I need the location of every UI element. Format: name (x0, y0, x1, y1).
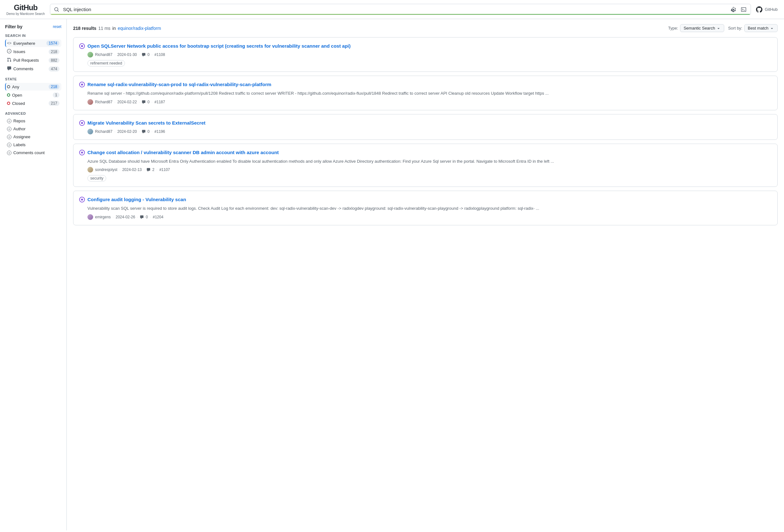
filter-comments-label: Comments (13, 66, 33, 71)
github-link[interactable]: GitHub (756, 6, 778, 13)
result-avatar (87, 167, 93, 173)
advanced-repos[interactable]: + Repos (5, 117, 61, 125)
result-meta: Richard87 · 2024-02-20 · 0 · #1196 (79, 129, 772, 135)
result-title-row: Open SQLServer Network public access for… (79, 42, 772, 49)
result-author: Richard87 (95, 129, 113, 134)
type-label: Type: (668, 26, 678, 30)
result-state-icon (79, 43, 85, 49)
advanced-label: Advanced (5, 112, 61, 115)
plus-labels-icon: + (7, 143, 11, 147)
result-title-link[interactable]: Open SQLServer Network public access for… (87, 42, 351, 49)
reset-link[interactable]: reset (53, 25, 61, 29)
search-in-label: Search in (5, 34, 61, 37)
filter-comments[interactable]: Comments 474 (5, 65, 61, 73)
advanced-author-label: Author (13, 126, 25, 131)
advanced-comments-count[interactable]: + Comments count (5, 149, 61, 156)
main-content: 218 results 11 ms in equinor/radix-platf… (67, 19, 784, 530)
result-state-icon-inner (81, 84, 83, 86)
filter-state-open-label: Open (12, 93, 22, 97)
filter-pull-requests[interactable]: Pull Requests 882 (5, 56, 61, 64)
result-number: #1107 (159, 168, 170, 172)
result-title-link[interactable]: Migrate Vulnerability Scan secrets to Ex… (87, 119, 205, 126)
result-state-icon (79, 197, 85, 202)
result-tags: refinement needed (79, 60, 772, 66)
result-title-row: Migrate Vulnerability Scan secrets to Ex… (79, 119, 772, 126)
filter-state-any-count: 218 (49, 84, 59, 89)
result-card: Configure audit logging - Vulnerability … (73, 191, 778, 225)
filter-everywhere[interactable]: <> Everywhere 1574 (5, 39, 61, 47)
filter-state-closed[interactable]: Closed 217 (5, 99, 61, 107)
comment-icon (142, 130, 146, 134)
filter-state-open[interactable]: Open 1 (5, 91, 61, 99)
advanced-author[interactable]: + Author (5, 125, 61, 132)
result-title-link[interactable]: Configure audit logging - Vulnerability … (87, 196, 186, 203)
sidebar: Filter by reset Search in <> Everywhere … (0, 19, 67, 530)
comment-icon (7, 66, 11, 71)
advanced-comments-count-label: Comments count (13, 150, 45, 155)
filter-issues-label: Issues (13, 49, 25, 54)
result-meta: Richard87 · 2024-02-22 · 0 · #1187 (79, 99, 772, 105)
code-icon: <> (7, 41, 11, 46)
results-header: 218 results 11 ms in equinor/radix-platf… (73, 24, 778, 32)
advanced-labels[interactable]: + Labels (5, 141, 61, 148)
result-tags: security (79, 175, 772, 181)
result-date: 2024-01-30 (117, 53, 137, 57)
result-card: Open SQLServer Network public access for… (73, 37, 778, 72)
result-card: Rename sql-radix-vulnerability-scan-prod… (73, 76, 778, 110)
filter-state-any[interactable]: Any 218 (5, 83, 61, 91)
result-author: emirgens (95, 215, 111, 219)
result-author: sondresjolyst (95, 168, 117, 172)
advanced-repos-label: Repos (13, 119, 25, 123)
result-state-icon-inner (81, 122, 83, 124)
advanced-assignee[interactable]: + Assignee (5, 133, 61, 141)
result-title-row: Rename sql-radix-vulnerability-scan-prod… (79, 81, 772, 88)
result-card: Migrate Vulnerability Scan secrets to Ex… (73, 114, 778, 140)
result-title-row: Configure audit logging - Vulnerability … (79, 196, 772, 203)
result-avatar (87, 99, 93, 105)
result-card: Change cost allocation / vulnerability s… (73, 144, 778, 187)
state-closed-dot (7, 102, 10, 105)
result-body: Azure SQL Database should have Microsoft… (79, 158, 772, 165)
type-select[interactable]: Semantic Search (680, 24, 724, 32)
result-number: #1196 (155, 129, 165, 134)
issue-icon (7, 49, 11, 54)
header: GitHub Demo by Manticore Search GitHub (0, 0, 784, 19)
pr-icon (7, 58, 11, 63)
plus-comments-icon: + (7, 151, 11, 155)
result-title-link[interactable]: Change cost allocation / vulnerability s… (87, 149, 279, 156)
filter-header: Filter by reset (5, 24, 61, 29)
result-state-icon (79, 150, 85, 155)
result-title-link[interactable]: Rename sql-radix-vulnerability-scan-prod… (87, 81, 271, 88)
result-avatar (87, 214, 93, 220)
settings-icon[interactable] (730, 6, 737, 13)
filter-state-any-label: Any (12, 85, 19, 89)
state-any-dot (7, 85, 10, 88)
filter-issues[interactable]: Issues 218 (5, 48, 61, 56)
result-meta: Richard87 · 2024-01-30 · 0 · #1108 (79, 52, 772, 58)
result-date: 2024-02-22 (117, 100, 137, 104)
result-body: Vulnerability scan SQL server is require… (79, 205, 772, 212)
result-number: #1187 (155, 100, 165, 104)
plus-assignee-icon: + (7, 135, 11, 139)
filter-comments-count: 474 (49, 66, 59, 71)
plus-repos-icon: + (7, 119, 11, 123)
result-meta: emirgens · 2024-02-26 · 0 · #1204 (79, 214, 772, 220)
search-progress (50, 14, 750, 14)
terminal-icon[interactable] (740, 6, 748, 13)
result-body: Rename sql server - https://github.com/e… (79, 90, 772, 97)
comment-icon (142, 100, 146, 104)
type-control: Type: Semantic Search (668, 24, 724, 32)
filter-state-closed-count: 217 (49, 101, 59, 106)
result-date: 2024-02-26 (116, 215, 135, 219)
filter-everywhere-label: Everywhere (13, 41, 35, 46)
search-input[interactable] (63, 4, 726, 14)
results-controls: Type: Semantic Search Sort by: Best matc… (668, 24, 778, 32)
results-repo-link[interactable]: equinor/radix-platform (118, 26, 161, 31)
results-time: 11 ms (98, 26, 110, 31)
result-avatar (87, 129, 93, 135)
filter-everywhere-count: 1574 (47, 41, 59, 46)
search-actions (726, 6, 751, 13)
logo-subtitle: Demo by Manticore Search (6, 12, 45, 16)
sort-select[interactable]: Best match (744, 24, 778, 32)
result-number: #1108 (155, 53, 165, 57)
